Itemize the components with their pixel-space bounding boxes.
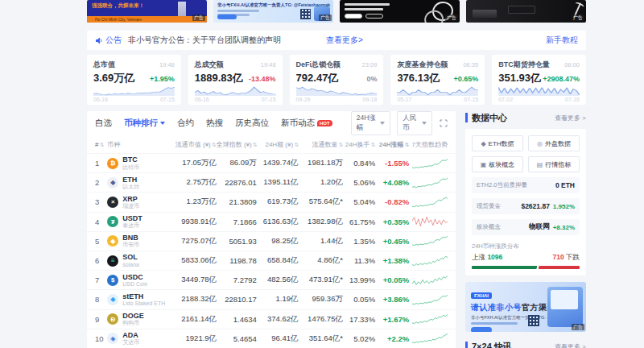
header-market-cap[interactable]: 流通市值 (¥)⇅ (169, 140, 217, 149)
stat-sparkline (296, 86, 378, 96)
eth-data-button[interactable]: ◆ ETH数据 (472, 135, 523, 151)
tab-contracts[interactable]: 合约 (177, 118, 194, 129)
ad2-headline: 非小号FXH.AI认准官方唯一负责人TG: @Feixiaohaomak (217, 2, 330, 8)
stat-value: 792.47亿 (296, 71, 339, 85)
coin-cell[interactable]: ◆ ETH 以太坊 (107, 176, 169, 190)
hot-badge: HOT (317, 120, 332, 126)
spot-gold-change: 1.952% (553, 203, 575, 210)
external-market-button[interactable]: ◎ 外盘数据 (528, 135, 580, 151)
coin-cell[interactable]: ≡ SOL solana (107, 253, 169, 267)
grid-icon: ▣ (481, 161, 487, 168)
tab-historical-high[interactable]: 历史高位 (235, 118, 269, 129)
coin-fullname: 狗狗币 (122, 320, 144, 326)
stat-sparkline (195, 86, 276, 96)
down-bar (539, 266, 580, 269)
coin-turnover: 17.33% (343, 315, 375, 324)
stat-card[interactable]: BTC期货持仓量 08:00 351.93亿 +2908.47% 07-02 0… (492, 55, 586, 105)
coin-24h-volume: 1395.11亿 (257, 177, 299, 188)
coin-trend-cell (409, 333, 448, 344)
coin-cell[interactable]: Ð DOGE 狗狗币 (107, 312, 169, 326)
table-row[interactable]: 1 ₿ BTC 比特币 17.05万亿 86.09万 1439.74亿 1981… (87, 153, 456, 172)
ad3-button[interactable] (365, 14, 383, 19)
coin-price: 22810.17 (217, 295, 257, 304)
data-center-more-link[interactable]: 查看更多 > (555, 114, 586, 122)
stat-date-end: 07-15 (464, 97, 478, 102)
announcement-text[interactable]: 非小号官方公告：关于平台团队调整的声明 (128, 35, 281, 46)
table-row[interactable]: 2 ◆ ETH 以太坊 2.75万亿 22876.01 1395.11亿 1.2… (87, 172, 456, 192)
table-filters: 24H涨幅 人民币 (345, 111, 448, 135)
coin-24h-change: +1.67% (375, 315, 409, 324)
table-row[interactable]: 8 ◆ stETH Lido Staked ETH 2188.32亿 22810… (87, 289, 456, 309)
bar-chart-icon: ▤ (537, 161, 543, 168)
table-row[interactable]: 10 ◈ ADA 艾达币 1921.9亿 5.4654 96.41亿 351.6… (87, 329, 456, 348)
ad-banner-4[interactable]: 广告 (466, 0, 586, 23)
sector-row[interactable]: 板块概念 物联网 +8.32% (472, 219, 580, 235)
coin-cell[interactable]: × XRP 瑞波币 (107, 195, 169, 209)
header-volume[interactable]: 24H额 (¥)⇅ (258, 140, 299, 149)
header-supply[interactable]: 流通数量⇅ (299, 140, 343, 149)
currency-dropdown[interactable]: 人民币 (397, 111, 432, 135)
tab-hot-search[interactable]: 热搜 (206, 118, 223, 129)
coin-cell[interactable]: ◈ ADA 艾达币 (107, 331, 169, 346)
tab-watchlist[interactable]: 自选 (95, 118, 112, 129)
coin-cell[interactable]: ₿ BTC 比特币 (107, 155, 169, 170)
coin-24h-volume: 98.25亿 (257, 236, 299, 246)
coin-24h-change: -0.82% (375, 197, 409, 206)
coin-rank: 9 (95, 315, 107, 324)
spot-gold-row[interactable]: 现货黄金 $2621.87 1.952% (472, 198, 580, 214)
ad-banner-3[interactable]: 广告 (340, 0, 460, 23)
table-row[interactable]: 9 Ð DOGE 狗狗币 2161.14亿 1.4634 374.62亿 147… (87, 309, 456, 329)
table-row[interactable]: 5 ◆ BNB 币安币 7275.07亿 5051.93 98.25亿 1.44… (87, 231, 456, 251)
coin-icon: Ð (107, 313, 118, 325)
table-row[interactable]: 7 $ USDC USD Coin 3449.78亿 7.2792 482.56… (87, 270, 456, 289)
ad-label: 广告 (319, 14, 332, 21)
fxhai-brand-chip: FXHAI (471, 292, 492, 299)
coin-24h-change: -1.55% (375, 159, 409, 168)
coin-cell[interactable]: $ USDC USD Coin (107, 273, 169, 288)
ad3-button[interactable] (345, 14, 362, 19)
beginner-tutorial-link[interactable]: 新手教程 (546, 35, 578, 46)
stat-card[interactable]: 灰度基金持仓额 06:35 376.13亿 +0.65% 05-17 07-15 (390, 55, 485, 105)
news-more-link[interactable]: 查看更多 > (555, 342, 586, 348)
sort-filter-label: 24H涨幅 (357, 114, 378, 133)
coin-24h-change: +1.38% (375, 256, 409, 265)
table-row[interactable]: 3 × XRP 瑞波币 1.23万亿 21.3809 619.73亿 575.6… (87, 192, 456, 211)
tab-new-coins[interactable]: 新币动态 HOT (281, 118, 332, 129)
coin-price: 21.3809 (217, 197, 257, 206)
header-turnover[interactable]: 24H换手⇅ (343, 140, 375, 149)
data-center-title: 数据中心 (465, 113, 507, 122)
sidebar-ad-banner[interactable]: FXHAI 请认准非小号官方渠道 非小号FXH.AI认准官方唯一负责人TG: @… (465, 282, 586, 332)
ad-label: 广告 (572, 14, 584, 21)
ad3-textbar (345, 3, 390, 6)
sidebar-ad-button[interactable] (471, 327, 492, 332)
announcement-more-link[interactable]: 查看更多> (326, 35, 363, 46)
table-row[interactable]: 4 ₮ USDT 泰达币 9938.91亿 7.1866 6136.63亿 13… (87, 212, 456, 231)
coin-supply: 1382.98亿 (298, 217, 342, 227)
sort-filter-dropdown[interactable]: 24H涨幅 (351, 111, 391, 135)
stat-card[interactable]: 总成交额 19:48 1889.83亿 -13.48% 06-16 07-15 (188, 55, 283, 105)
chevron-down-icon (160, 122, 165, 125)
header-price[interactable]: 全球指数 (¥)⇅ (217, 140, 258, 149)
coin-cell[interactable]: ₮ USDT 泰达币 (107, 214, 169, 229)
sector-concept-button[interactable]: ▣ 板块概念 (472, 156, 523, 172)
fullscreen-icon[interactable] (440, 119, 448, 127)
market-indicator-button[interactable]: ▤ 行情指标 (528, 156, 580, 172)
ad-banner-1[interactable]: 强强联合，共探未来！ Ho Chi Minh City, Vietnam 广告 (87, 0, 207, 23)
coin-symbol: DOGE (122, 312, 144, 320)
ad2-button[interactable] (217, 14, 237, 19)
tab-coin-ranking[interactable]: 币种排行 (124, 118, 165, 129)
ad-banner-2[interactable]: 非小号FXH.AI认准官方唯一负责人TG: @Feixiaohaomak 广告 (213, 0, 333, 23)
coin-trend-cell (409, 235, 448, 246)
coin-icon: ◆ (107, 235, 118, 246)
table-row[interactable]: 6 ≡ SOL solana 5833.06亿 1198.78 658.84亿 … (87, 251, 456, 270)
stat-sparkline (498, 86, 580, 96)
coin-supply: 351.64亿* (298, 334, 342, 344)
header-change[interactable]: 24H涨幅⇅ (375, 140, 409, 149)
coin-cell[interactable]: ◆ BNB 币安币 (107, 234, 169, 248)
eth2-staking-row[interactable]: ETH2.0当前质押量 0 ETH (472, 177, 580, 193)
ad-label: 广告 (572, 324, 584, 330)
stat-card[interactable]: DeFi总锁仓额 23:09 792.47亿 0% 09-29 09-18 (290, 55, 384, 105)
header-rank[interactable]: #⇅ (95, 141, 107, 148)
stat-card[interactable]: 总市值 19:48 3.69万亿 +1.95% 06-16 07-15 (87, 55, 181, 105)
coin-cell[interactable]: ◆ stETH Lido Staked ETH (107, 292, 169, 307)
